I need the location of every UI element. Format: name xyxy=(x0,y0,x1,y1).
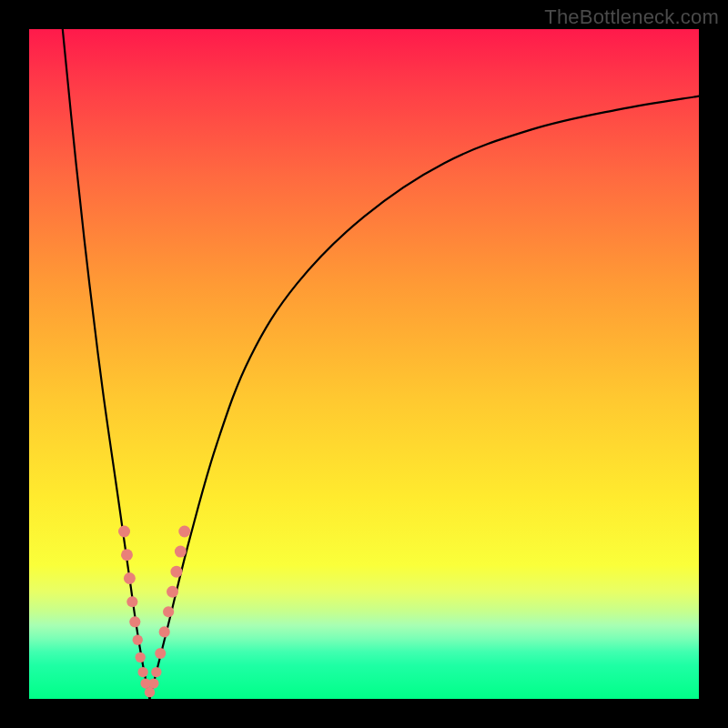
curve-bottleneck-curve-right xyxy=(149,96,699,699)
data-marker xyxy=(178,526,190,538)
data-markers xyxy=(118,526,190,698)
data-marker xyxy=(121,549,133,561)
data-marker xyxy=(137,667,147,677)
data-marker xyxy=(136,652,146,662)
data-marker xyxy=(155,648,166,659)
watermark-text: TheBottleneck.com xyxy=(544,5,719,29)
data-marker xyxy=(167,586,178,598)
data-marker xyxy=(124,572,136,584)
data-marker xyxy=(175,546,187,558)
data-marker xyxy=(133,635,143,645)
chart-svg xyxy=(29,29,699,699)
data-marker xyxy=(163,606,174,617)
data-marker xyxy=(126,596,137,607)
data-marker xyxy=(170,566,182,578)
plot-area xyxy=(29,29,699,699)
data-marker xyxy=(151,667,161,677)
bottleneck-curve xyxy=(63,29,699,699)
data-marker xyxy=(118,526,130,538)
data-marker xyxy=(129,616,140,627)
data-marker xyxy=(148,678,158,688)
data-marker xyxy=(159,626,170,637)
chart-frame: TheBottleneck.com xyxy=(0,0,728,728)
